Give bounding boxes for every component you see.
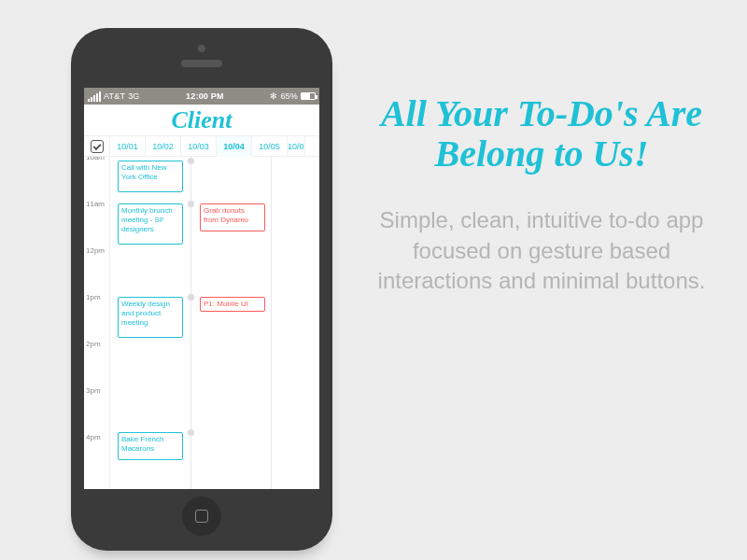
marketing-copy: All Your To-Do's Are Belong to Us! Simpl… (374, 93, 710, 297)
calendar-event[interactable]: Call with New York Office (118, 161, 183, 192)
date-tab[interactable]: 10/04 (217, 136, 252, 157)
calendar-event[interactable]: Monthly brunch meeting - SF designers (118, 203, 183, 245)
date-tab[interactable]: 10/0 (288, 136, 305, 157)
event-dot (188, 201, 194, 207)
subheadline: Simple, clean, intuitive to-do app focus… (374, 205, 710, 296)
date-tab[interactable]: 10/01 (110, 136, 146, 157)
signal-icon (88, 91, 101, 102)
network-label: 3G (128, 91, 139, 101)
hour-label: 11am (86, 200, 108, 208)
hour-label: 2pm (86, 340, 108, 348)
home-button[interactable] (182, 497, 221, 536)
event-dot (188, 429, 194, 436)
event-dot (188, 158, 194, 164)
headline: All Your To-Do's Are Belong to Us! (374, 93, 710, 174)
hour-label: 4pm (86, 433, 108, 441)
event-dot (188, 294, 194, 301)
hour-label: 12pm (86, 246, 108, 255)
date-tab[interactable]: 10/05 (252, 136, 288, 157)
calendar-event[interactable]: Grab donuts from Dynamo (200, 203, 265, 231)
todo-filter-button[interactable] (84, 136, 110, 156)
hour-label: 10am (86, 157, 108, 161)
date-selector-row: 10/0110/0210/0310/0410/0510/0 (84, 136, 319, 157)
clock-label: 12:00 PM (186, 91, 224, 101)
home-icon (195, 510, 208, 523)
checkbox-icon (91, 140, 104, 153)
hour-label: 3pm (86, 386, 108, 395)
calendar-event[interactable]: Weekly design and product meeting (118, 297, 183, 338)
date-tab[interactable]: 10/02 (146, 136, 181, 157)
status-bar: AT&T 3G 12:00 PM ✻ 65% (84, 88, 319, 105)
app-title: Client (84, 105, 319, 136)
calendar-event[interactable]: Bake French Macarons (118, 432, 183, 460)
carrier-label: AT&T (104, 91, 125, 101)
battery-pct: 65% (280, 91, 298, 101)
column-divider (271, 157, 272, 489)
app-header: Client (84, 105, 319, 136)
hour-label: 1pm (86, 293, 108, 301)
calendar-event[interactable]: P1: Mobile UI (200, 297, 265, 312)
timeline[interactable]: Call with New York OfficeMonthly brunch … (110, 157, 319, 489)
battery-icon (301, 92, 316, 100)
hour-gutter: 10am11am12pm1pm2pm3pm4pm (84, 157, 110, 489)
phone-camera (198, 45, 205, 52)
date-list[interactable]: 10/0110/0210/0310/0410/0510/0 (110, 136, 319, 157)
loading-icon: ✻ (270, 91, 277, 101)
date-tab[interactable]: 10/03 (181, 136, 217, 157)
phone-screen: AT&T 3G 12:00 PM ✻ 65% Client 10/0110/02… (84, 88, 319, 489)
phone-frame: AT&T 3G 12:00 PM ✻ 65% Client 10/0110/02… (71, 28, 332, 551)
phone-earpiece (181, 60, 222, 67)
calendar-body[interactable]: 10am11am12pm1pm2pm3pm4pm Call with New Y… (84, 157, 319, 489)
